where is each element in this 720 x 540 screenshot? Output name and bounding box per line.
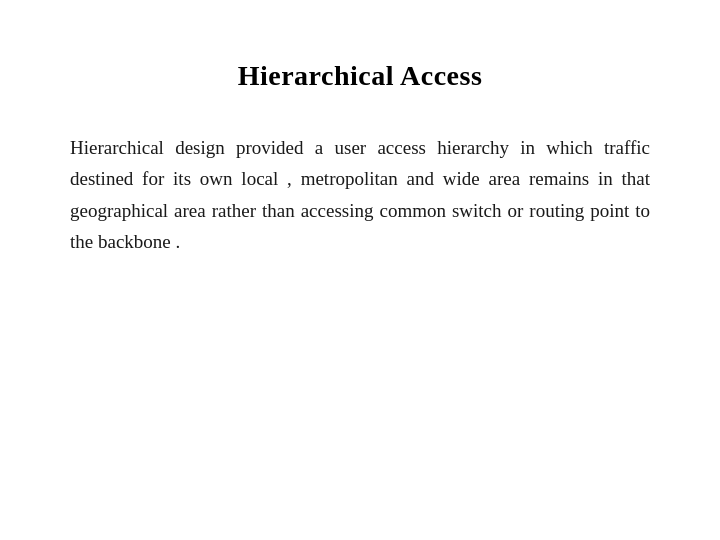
slide-title: Hierarchical Access	[70, 60, 650, 92]
title-area: Hierarchical Access	[70, 60, 650, 92]
slide-container: Hierarchical Access Hierarchical design …	[0, 0, 720, 540]
body-paragraph: Hierarchical design provided a user acce…	[70, 132, 650, 257]
